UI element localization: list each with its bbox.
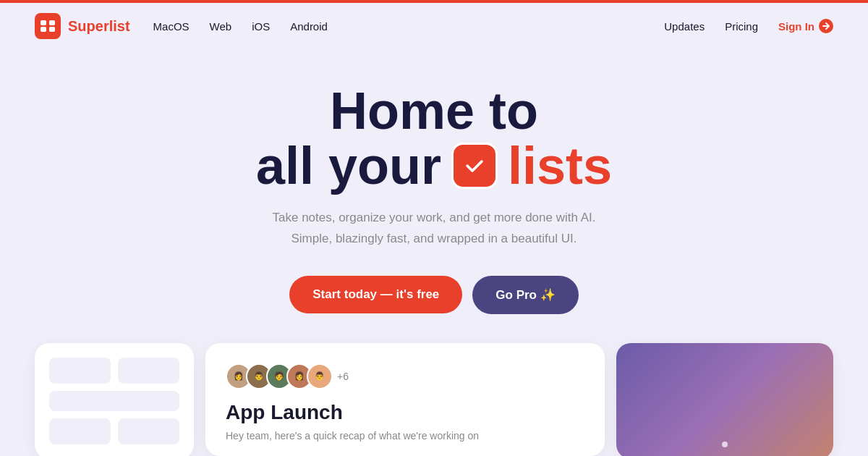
card-right — [616, 343, 833, 456]
svg-rect-2 — [41, 27, 46, 32]
nav-web[interactable]: Web — [210, 20, 232, 33]
nav-links: MacOS Web iOS Android — [153, 20, 328, 33]
card-app-text: Hey team, here's a quick recap of what w… — [226, 430, 584, 442]
start-free-button[interactable]: Start today — it's free — [289, 276, 462, 313]
hero-subtitle-line1: Take notes, organize your work, and get … — [273, 211, 596, 224]
hero-section: Home to all your lists Take notes, organ… — [0, 49, 868, 314]
placeholder-block-wide — [49, 391, 179, 411]
card-middle: 👩 👨 🧑 👩 👨 +6 App Launch Hey team, here's… — [205, 343, 605, 456]
logo-area[interactable]: Superlist — [35, 13, 130, 39]
navbar: Superlist MacOS Web iOS Android Updates … — [0, 3, 868, 49]
go-pro-button[interactable]: Go Pro ✨ — [472, 276, 578, 314]
nav-ios[interactable]: iOS — [252, 20, 270, 33]
placeholder-block-1 — [49, 358, 111, 384]
hero-buttons: Start today — it's free Go Pro ✨ — [289, 276, 578, 314]
hero-subtitle: Take notes, organize your work, and get … — [273, 208, 596, 250]
sign-in-button[interactable]: Sign In — [778, 19, 833, 33]
hero-title-line1: Home to — [256, 84, 612, 139]
avatar-count: +6 — [337, 371, 349, 382]
avatar-5: 👨 — [307, 363, 333, 389]
svg-rect-3 — [49, 27, 55, 32]
hero-title-lists: lists — [508, 139, 612, 194]
svg-rect-0 — [41, 20, 46, 25]
check-icon — [451, 143, 498, 189]
hero-title-prefix: all your — [256, 139, 441, 194]
nav-right: Updates Pricing Sign In — [664, 19, 833, 33]
nav-android[interactable]: Android — [290, 20, 328, 33]
avatars-row: 👩 👨 🧑 👩 👨 +6 — [226, 363, 584, 389]
slide-indicator — [722, 442, 728, 447]
card-left — [35, 343, 194, 456]
logo-text: Superlist — [68, 18, 130, 35]
hero-title: Home to all your lists — [256, 84, 612, 193]
cards-section: 👩 👨 🧑 👩 👨 +6 App Launch Hey team, here's… — [0, 314, 868, 456]
hero-title-line2: all your lists — [256, 139, 612, 194]
placeholder-row-2 — [49, 418, 179, 444]
sign-in-arrow-icon — [819, 19, 833, 33]
nav-macos[interactable]: MacOS — [153, 20, 190, 33]
placeholder-row-1 — [49, 358, 179, 384]
sign-in-label: Sign In — [778, 20, 814, 33]
card-app-title: App Launch — [226, 401, 584, 424]
placeholder-block-2 — [118, 358, 179, 384]
placeholder-block-3 — [49, 418, 111, 444]
nav-updates[interactable]: Updates — [664, 20, 705, 33]
svg-rect-1 — [49, 20, 55, 25]
placeholder-block-4 — [118, 418, 179, 444]
nav-pricing[interactable]: Pricing — [725, 20, 758, 33]
logo-icon — [35, 13, 61, 39]
hero-subtitle-line2: Simple, blazingly fast, and wrapped in a… — [291, 232, 576, 245]
